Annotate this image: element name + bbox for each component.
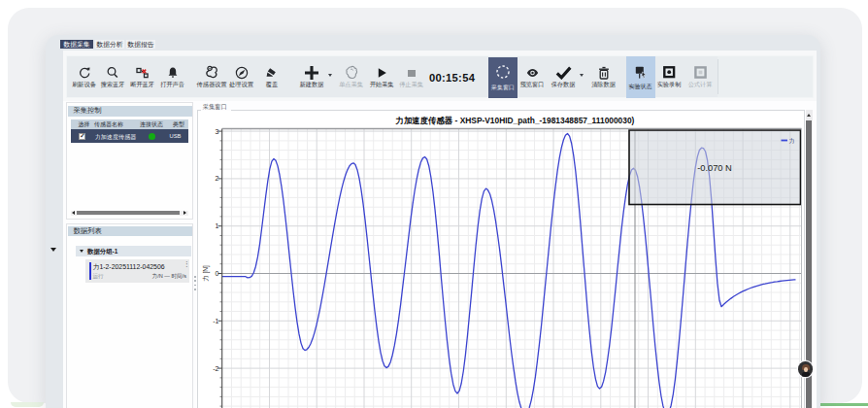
svg-text:力: 力	[789, 138, 795, 144]
svg-text:-2: -2	[213, 365, 218, 372]
svg-text:-1: -1	[213, 318, 218, 324]
svg-text:-0.070 N: -0.070 N	[697, 163, 732, 173]
svg-text:力 [N]: 力 [N]	[202, 265, 210, 282]
svg-text:1: 1	[216, 222, 219, 229]
svg-text:力加速度传感器 - XHSP-V10HID_path_-19: 力加速度传感器 - XHSP-V10HID_path_-1981348857_1…	[395, 116, 635, 125]
svg-text:0: 0	[216, 270, 219, 277]
svg-text:2: 2	[216, 175, 219, 182]
svg-text:3: 3	[216, 128, 219, 135]
